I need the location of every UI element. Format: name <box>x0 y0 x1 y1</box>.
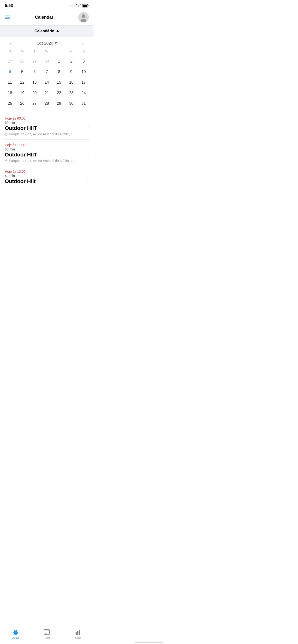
status-bar: 5:53 <box>0 0 94 10</box>
day-cell[interactable]: 9 <box>66 67 76 77</box>
event-duration: 60 min <box>5 121 87 124</box>
event-location: Parque da Paz, Av. do Arsenal do Alfeite… <box>5 132 87 136</box>
day-cell[interactable]: 22 <box>54 88 64 98</box>
signal-dots-icon <box>70 5 75 6</box>
weekday-wed: W <box>41 48 53 54</box>
events-list: Hoje às 00:00 60 min Outdoor HIIT Parque… <box>0 113 94 189</box>
calendar-grid: S M T W T F S 27 28 29 30 1 2 3 4 5 6 7 … <box>0 48 94 113</box>
location-icon <box>5 133 8 136</box>
day-cell[interactable]: 27 <box>30 99 39 108</box>
svg-point-5 <box>6 134 7 134</box>
weekday-thu: T <box>53 48 65 54</box>
day-cell[interactable]: 30 <box>42 56 52 66</box>
status-time: 5:53 <box>5 3 13 8</box>
event-content: Hoje às 00:00 60 min Outdoor HIIT Parque… <box>5 116 87 136</box>
day-cell[interactable]: 29 <box>54 99 64 108</box>
svg-point-6 <box>6 160 7 161</box>
day-cell[interactable]: 13 <box>30 78 39 87</box>
day-cell[interactable]: 18 <box>5 88 15 98</box>
event-time: Hoje às 11:00 <box>5 143 87 147</box>
month-label-container[interactable]: Oct 2020 <box>37 41 57 46</box>
day-cell[interactable]: 23 <box>66 88 76 98</box>
weekday-sun: S <box>4 48 16 54</box>
day-cell[interactable]: 2 <box>66 56 76 66</box>
weekday-sat: S <box>77 48 90 54</box>
event-duration: 60 min <box>5 147 87 151</box>
event-item[interactable]: Hoje às 11:00 60 min Outdoor HIIT Parque… <box>5 140 89 166</box>
wifi-icon <box>76 4 81 8</box>
event-time: Hoje às 12:00 <box>5 170 87 174</box>
chevron-right-icon: › <box>87 150 89 156</box>
calendar-toggle-icon <box>56 30 59 32</box>
day-cell[interactable]: 21 <box>42 88 52 98</box>
day-cell[interactable]: 7 <box>42 67 52 77</box>
svg-point-3 <box>82 14 85 18</box>
event-title: Outdoor HIIT <box>5 125 87 131</box>
event-content: Hoje às 11:00 60 min Outdoor HIIT Parque… <box>5 143 87 163</box>
day-cell[interactable]: 19 <box>18 88 27 98</box>
day-cell[interactable]: 1 <box>54 56 64 66</box>
chevron-right-icon: › <box>87 175 89 180</box>
month-dropdown-icon <box>55 42 57 44</box>
prev-month-button[interactable]: ‹ <box>7 40 14 46</box>
event-content: Hoje às 12:00 60 min Outdoor Hiit <box>5 170 87 186</box>
day-cell[interactable]: 15 <box>54 78 64 87</box>
avatar[interactable] <box>78 12 89 22</box>
event-time: Hoje às 00:00 <box>5 116 87 120</box>
day-cell[interactable]: 28 <box>18 56 27 66</box>
day-cell[interactable]: 11 <box>5 78 15 87</box>
weekdays-row: S M T W T F S <box>4 48 90 54</box>
day-cell[interactable]: 8 <box>54 67 64 77</box>
day-cell[interactable]: 20 <box>30 88 39 98</box>
day-cell[interactable]: 16 <box>66 78 76 87</box>
day-cell[interactable]: 28 <box>42 99 52 108</box>
svg-rect-1 <box>83 4 87 7</box>
month-nav: ‹ Oct 2020 › <box>0 37 94 48</box>
app-header: Calendar <box>0 10 94 26</box>
day-cell[interactable]: 14 <box>42 78 52 87</box>
day-cell[interactable]: 17 <box>79 78 88 87</box>
status-icons <box>70 4 89 8</box>
day-cell[interactable]: 10 <box>79 67 88 77</box>
day-cell[interactable]: 25 <box>5 99 15 108</box>
event-item[interactable]: Hoje às 12:00 60 min Outdoor Hiit › <box>5 166 89 189</box>
day-cell[interactable]: 31 <box>79 99 88 108</box>
chevron-right-icon: › <box>87 124 89 129</box>
event-title: Outdoor Hiit <box>5 178 87 184</box>
day-cell[interactable]: 5 <box>18 67 27 77</box>
day-cell[interactable]: 29 <box>30 56 39 66</box>
day-cell[interactable]: 6 <box>30 67 39 77</box>
days-grid: 27 28 29 30 1 2 3 4 5 6 7 8 9 10 11 12 1… <box>4 56 90 108</box>
day-cell[interactable]: 26 <box>18 99 27 108</box>
day-cell[interactable]: 12 <box>18 78 27 87</box>
page-title: Calendar <box>35 15 53 20</box>
day-cell[interactable]: 24 <box>79 88 88 98</box>
event-duration: 60 min <box>5 174 87 178</box>
event-item[interactable]: Hoje às 00:00 60 min Outdoor HIIT Parque… <box>5 113 89 140</box>
location-icon <box>5 159 8 162</box>
day-cell[interactable]: 30 <box>66 99 76 108</box>
event-location: Parque da Paz, Av. do Arsenal do Alfeite… <box>5 159 87 163</box>
day-cell-today[interactable]: 4 <box>5 67 15 77</box>
menu-button[interactable] <box>5 16 10 19</box>
calendar-selector-button[interactable]: Calendário <box>0 26 94 37</box>
weekday-mon: M <box>16 48 28 54</box>
weekday-tue: T <box>28 48 41 54</box>
weekday-fri: F <box>65 48 77 54</box>
calendar-selector-label: Calendário <box>35 29 54 33</box>
month-label: Oct 2020 <box>37 41 53 46</box>
battery-icon <box>82 4 89 8</box>
day-cell[interactable]: 27 <box>5 56 15 66</box>
event-title: Outdoor HIIT <box>5 152 87 158</box>
content-scroll: Calendário ‹ Oct 2020 › S M T W T F S 27… <box>0 26 94 210</box>
next-month-button[interactable]: › <box>79 40 86 46</box>
day-cell[interactable]: 3 <box>79 56 88 66</box>
